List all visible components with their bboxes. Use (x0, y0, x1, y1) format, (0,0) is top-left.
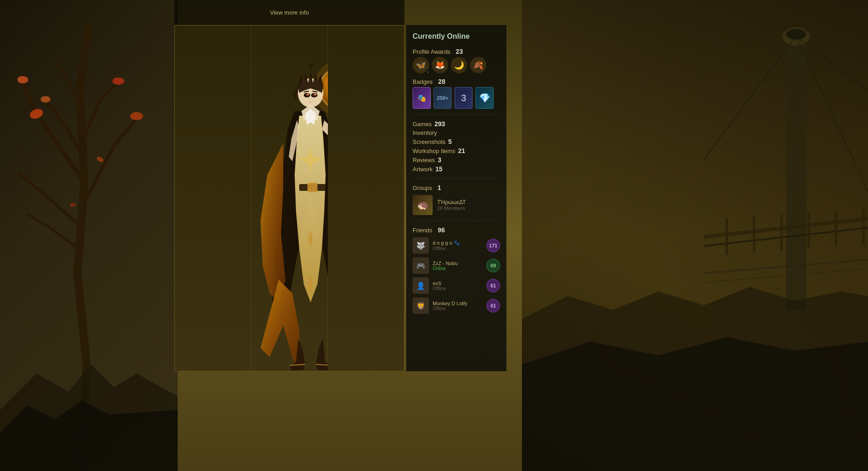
friend-name-3: exS (433, 281, 483, 286)
badges-header: Badges 28 (413, 78, 500, 85)
svg-point-34 (315, 94, 316, 95)
games-row[interactable]: Games 293 (413, 120, 500, 128)
background-left (0, 0, 178, 471)
artwork-label: Artwork (413, 166, 433, 173)
divider-2 (413, 178, 500, 179)
friend-info-1: d o g g o 🐾 Offline (433, 240, 483, 251)
divider-1 (413, 114, 500, 115)
award-icon-1[interactable]: 🦋0 (413, 57, 429, 73)
friends-header: Friends 96 (413, 226, 500, 234)
friend-level-4: 61 (486, 299, 500, 312)
top-bar: View more info (174, 0, 404, 25)
groups-header: Groups 1 (413, 184, 500, 191)
friend-status-3: Offline (433, 286, 483, 291)
friend-info-4: Monkey D Lotfy Offline (433, 301, 483, 311)
groups-count: 1 (438, 184, 441, 191)
workshop-items-count: 21 (458, 147, 465, 154)
friends-count: 96 (438, 226, 445, 234)
workshop-items-row[interactable]: Workshop Items 21 (413, 147, 500, 154)
group-name-1[interactable]: ΤΉρωωεΔΤ (437, 199, 466, 205)
artwork-row[interactable]: Artwork 15 (413, 165, 500, 173)
badge-3[interactable]: 3 (454, 87, 473, 109)
group-info: ΤΉρωωεΔΤ 28 Members (437, 199, 466, 211)
view-more-info-link[interactable]: View more info (270, 9, 309, 16)
friend-avatar-2: 🎮 (413, 257, 429, 274)
profile-awards-count: 23 (456, 48, 463, 55)
artwork-count: 15 (435, 165, 443, 173)
background-right (522, 0, 868, 471)
friend-item-3[interactable]: 👤 exS Offline 61 (413, 277, 500, 294)
group-avatar-1: 🦔 (413, 195, 433, 215)
workshop-items-label: Workshop Items (413, 148, 455, 154)
screenshots-row[interactable]: Screenshots 5 (413, 138, 500, 145)
friend-level-1: 171 (486, 239, 500, 252)
friend-name-2: ZzZ - Nobu (433, 261, 483, 266)
character-panel (174, 25, 404, 371)
screenshots-label: Screenshots (413, 138, 445, 145)
groups-label: Groups (413, 184, 432, 191)
friend-avatar-1: 🐺 (413, 237, 429, 254)
friend-status-1: Offline (433, 246, 483, 251)
profile-awards-label: Profile Awards (413, 48, 450, 55)
profile-sidebar: Currently Online Profile Awards 23 🦋0 🦊 … (406, 25, 506, 371)
char-col-2 (251, 26, 328, 371)
friends-label: Friends (413, 227, 432, 234)
friend-item-4[interactable]: 🦁 Monkey D Lotfy Offline 61 (413, 297, 500, 314)
badges-label: Badges (413, 78, 433, 85)
friend-info-2: ZzZ - Nobu Online (433, 261, 483, 271)
divider-3 (413, 220, 500, 221)
friend-level-2: 69 (486, 259, 500, 272)
inventory-label: Inventory (413, 129, 437, 136)
friend-item-1[interactable]: 🐺 d o g g o 🐾 Offline 171 (413, 237, 500, 254)
friend-status-4: Offline (433, 306, 483, 311)
screenshots-count: 5 (448, 138, 452, 145)
badges-count: 28 (438, 78, 445, 85)
profile-awards-header: Profile Awards 23 (413, 48, 500, 55)
badge-4[interactable]: 💎 (475, 87, 494, 109)
award-icon-4[interactable]: 🍂 (470, 57, 486, 73)
inventory-row[interactable]: Inventory (413, 129, 500, 136)
badge-2[interactable]: 250+ (434, 87, 452, 109)
char-col-3 (328, 26, 404, 371)
award-icon-3[interactable]: 🌙 (451, 57, 467, 73)
reviews-row[interactable]: Reviews 3 (413, 156, 500, 164)
friend-avatar-3: 👤 (413, 277, 429, 294)
friend-info-3: exS Offline (433, 281, 483, 291)
badges-row: 🎭 250+ 3 💎 (413, 87, 500, 109)
group-item-1[interactable]: 🦔 ΤΉρωωεΔΤ 28 Members (413, 195, 500, 215)
badge-1[interactable]: 🎭 (413, 87, 431, 109)
reviews-count: 3 (438, 156, 441, 164)
svg-rect-27 (307, 183, 317, 192)
friend-name-1: d o g g o 🐾 (433, 240, 483, 246)
svg-point-33 (307, 94, 309, 95)
friend-avatar-4: 🦁 (413, 297, 429, 314)
friend-name-4: Monkey D Lotfy (433, 301, 483, 306)
award-icon-2[interactable]: 🦊 (432, 57, 448, 73)
group-members-1: 28 Members (437, 205, 466, 211)
games-label: Games (413, 121, 432, 128)
awards-row: 🦋0 🦊 🌙 🍂 (413, 57, 500, 73)
friend-status-2: Online (433, 266, 483, 271)
online-status: Currently Online (413, 32, 500, 41)
reviews-label: Reviews (413, 157, 435, 164)
games-count: 293 (434, 120, 445, 128)
friend-level-3: 61 (486, 279, 500, 292)
friend-item-2[interactable]: 🎮 ZzZ - Nobu Online 69 (413, 257, 500, 274)
